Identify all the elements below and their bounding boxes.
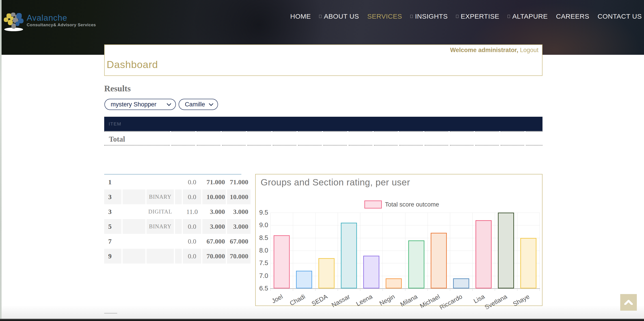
cell-score: 0.0 — [183, 175, 201, 190]
chart-legend: Total score outcome — [364, 201, 439, 209]
gridline — [270, 213, 271, 288]
dotted-cell-border — [475, 145, 499, 145]
x-axis-tick — [428, 289, 428, 291]
items-table-row: 10.071.00071.000 — [104, 175, 250, 190]
dotted-cell-border — [349, 145, 372, 145]
x-axis-tick — [472, 289, 472, 291]
avalanche-logo-icon — [3, 12, 25, 32]
cell-type: DIGITAL — [146, 204, 174, 219]
cell-total: 71.000 — [202, 175, 226, 190]
dotted-cell-border — [450, 145, 474, 145]
x-axis-tick — [540, 289, 540, 291]
y-axis-tick-label: 9.0 — [256, 221, 268, 229]
cell-total: 67.000 — [202, 234, 226, 249]
bar-joel — [274, 235, 290, 288]
cell-score: 0.0 — [183, 234, 201, 249]
dotted-cell-border — [500, 131, 524, 132]
items-table-row: 3BINARY0.010.00010.000 — [104, 190, 250, 204]
gridline — [495, 213, 495, 288]
scroll-to-top-button[interactable] — [620, 294, 637, 311]
dotted-cell-border — [197, 131, 220, 132]
gridline — [472, 213, 472, 288]
welcome-text: Welcome administrator, — [450, 47, 518, 53]
dotted-cell-border — [526, 131, 542, 132]
nav-item-home[interactable]: HOME — [290, 13, 311, 20]
x-axis-tick — [450, 289, 450, 291]
dotted-cell-border — [500, 145, 524, 145]
results-table-header-bar: ITEM — [104, 117, 542, 131]
chart-title: Groups and Section rating, per user — [260, 177, 410, 188]
cell-score: 0.0 — [183, 219, 201, 234]
nav-item-label: CONTACT US — [598, 13, 642, 20]
dotted-cell-border — [526, 145, 542, 145]
chart-panel: Groups and Section rating, per user Tota… — [255, 174, 542, 306]
y-axis-tick-label: 7.0 — [256, 272, 268, 279]
gridline — [382, 213, 383, 288]
cell-blank1 — [122, 175, 146, 190]
items-table-row: 5BINARY0.03.0003.000 — [104, 219, 250, 234]
dotted-cell-border — [374, 145, 398, 145]
submenu-marker-icon — [410, 15, 413, 18]
y-axis-tick-label: 8.5 — [256, 234, 268, 242]
cell-type — [146, 234, 174, 249]
cell-blank2 — [175, 249, 182, 263]
y-axis-tick-label: 7.5 — [256, 259, 268, 267]
y-axis-tick-label: 8.0 — [256, 247, 268, 254]
dotted-cell-border — [425, 145, 448, 145]
bar-chadi — [296, 271, 312, 288]
dotted-cell-border — [172, 145, 195, 145]
gridline — [428, 213, 428, 288]
nav-item-label: CAREERS — [556, 13, 589, 20]
dotted-cell-border — [323, 145, 347, 145]
dotted-cell-border — [323, 131, 347, 132]
gridline — [315, 213, 316, 288]
nav-item-services[interactable]: SERVICES — [367, 13, 402, 20]
nav-item-label: EXPERTISE — [461, 13, 499, 20]
cell-item: 9 — [104, 249, 122, 263]
x-axis-tick — [382, 289, 383, 291]
cell-blank2 — [175, 219, 182, 234]
legend-swatch — [364, 201, 382, 209]
survey-filter-value: mystery Shopper — [105, 101, 166, 108]
nav-item-about-us[interactable]: ABOUT US — [319, 13, 359, 20]
dotted-cell-border — [450, 131, 474, 132]
bar-michael — [431, 233, 447, 288]
brand-logo[interactable]: Avalanche Consultancy& Advisory Services — [3, 12, 96, 32]
main-nav: HOMEABOUT USSERVICESINSIGHTSEXPERTISEALT… — [290, 13, 642, 20]
cell-blank2 — [175, 190, 182, 204]
cell-score: 11.0 — [183, 204, 201, 219]
user-filter-select[interactable]: Camille — [178, 99, 218, 110]
y-axis-tick-label: 9.5 — [256, 209, 268, 216]
bar-negin — [386, 278, 402, 288]
logout-link[interactable]: Logout — [520, 47, 538, 53]
survey-filter-select[interactable]: mystery Shopper — [104, 99, 176, 110]
cell-type — [146, 175, 174, 190]
cell-total: 3.000 — [202, 219, 226, 234]
gridline — [540, 213, 540, 288]
nav-item-careers[interactable]: CAREERS — [556, 13, 589, 20]
x-axis-tick — [293, 289, 293, 291]
cell-type: BINARY — [146, 219, 174, 234]
submenu-marker-icon — [319, 15, 322, 18]
cell-outcome: 70.000 — [227, 249, 250, 263]
legend-label: Total score outcome — [385, 201, 439, 208]
item-column-header: ITEM — [109, 121, 121, 127]
gridline — [338, 213, 338, 288]
nav-item-contact-us[interactable]: CONTACT US — [598, 13, 642, 20]
dotted-cell-border — [104, 145, 170, 145]
x-axis-tick — [360, 289, 360, 291]
bar-leena — [363, 256, 379, 288]
results-table-divider — [104, 145, 542, 145]
nav-item-insights[interactable]: INSIGHTS — [410, 13, 448, 20]
nav-item-altapure[interactable]: ALTAPURE — [508, 13, 548, 20]
x-axis-tick — [495, 289, 495, 291]
results-table-divider — [104, 131, 542, 132]
nav-item-expertise[interactable]: EXPERTISE — [456, 13, 499, 20]
cell-total: 10.000 — [202, 190, 226, 204]
x-axis-tick — [338, 289, 338, 291]
chevron-down-icon — [166, 103, 172, 106]
dotted-cell-border — [222, 145, 246, 145]
dotted-cell-border — [475, 131, 499, 132]
cell-outcome: 3.000 — [227, 204, 250, 219]
dotted-cell-border — [298, 145, 322, 145]
